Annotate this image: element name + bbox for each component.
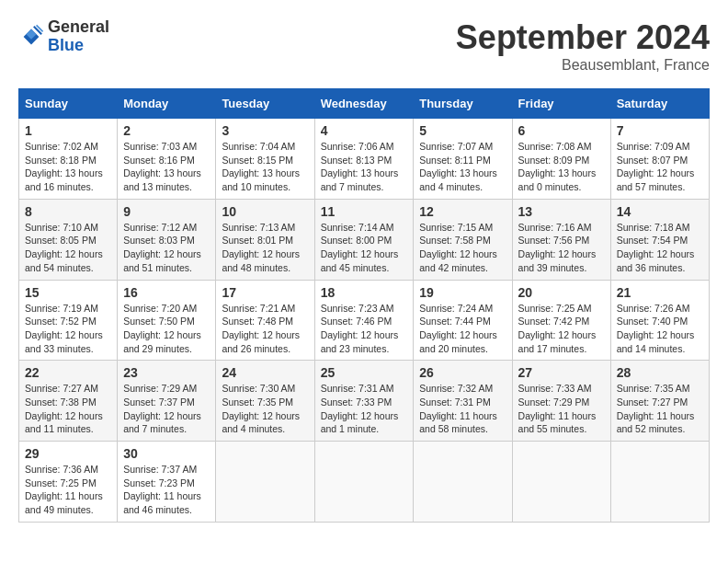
day-info: Sunrise: 7:27 AMSunset: 7:38 PMDaylight:… (25, 383, 103, 434)
col-saturday: Saturday (610, 89, 709, 119)
day-number: 10 (222, 204, 308, 219)
day-info: Sunrise: 7:10 AMSunset: 8:05 PMDaylight:… (25, 222, 103, 273)
table-row: 9 Sunrise: 7:12 AMSunset: 8:03 PMDayligh… (118, 199, 216, 280)
day-number: 23 (123, 365, 210, 380)
table-row: 3 Sunrise: 7:04 AMSunset: 8:15 PMDayligh… (216, 119, 314, 200)
day-info: Sunrise: 7:16 AMSunset: 7:56 PMDaylight:… (518, 222, 597, 273)
table-row: 18 Sunrise: 7:23 AMSunset: 7:46 PMDaylig… (314, 280, 414, 361)
calendar-week-row: 22 Sunrise: 7:27 AMSunset: 7:38 PMDaylig… (19, 361, 710, 442)
table-row: 27 Sunrise: 7:33 AMSunset: 7:29 PMDaylig… (512, 361, 610, 442)
day-number: 20 (518, 285, 605, 300)
day-info: Sunrise: 7:29 AMSunset: 7:37 PMDaylight:… (123, 383, 201, 434)
day-number: 8 (25, 204, 111, 219)
table-row (314, 442, 414, 523)
location-subtitle: Beausemblant, France (456, 57, 710, 74)
day-info: Sunrise: 7:15 AMSunset: 7:58 PMDaylight:… (419, 222, 497, 273)
day-number: 18 (321, 285, 408, 300)
day-number: 19 (419, 285, 506, 300)
table-row (216, 442, 314, 523)
day-info: Sunrise: 7:08 AMSunset: 8:09 PMDaylight:… (518, 141, 597, 192)
table-row: 20 Sunrise: 7:25 AMSunset: 7:42 PMDaylig… (512, 280, 610, 361)
table-row: 19 Sunrise: 7:24 AMSunset: 7:44 PMDaylig… (414, 280, 512, 361)
table-row: 7 Sunrise: 7:09 AMSunset: 8:07 PMDayligh… (610, 119, 709, 200)
table-row: 5 Sunrise: 7:07 AMSunset: 8:11 PMDayligh… (414, 119, 512, 200)
day-number: 13 (518, 204, 605, 219)
day-info: Sunrise: 7:23 AMSunset: 7:46 PMDaylight:… (321, 303, 399, 354)
table-row: 11 Sunrise: 7:14 AMSunset: 8:00 PMDaylig… (314, 199, 414, 280)
table-row (610, 442, 709, 523)
day-info: Sunrise: 7:09 AMSunset: 8:07 PMDaylight:… (617, 141, 695, 192)
day-number: 25 (321, 365, 408, 380)
logo: General Blue (18, 18, 109, 55)
day-info: Sunrise: 7:02 AMSunset: 8:18 PMDaylight:… (25, 141, 103, 192)
day-number: 3 (222, 123, 308, 138)
day-number: 28 (617, 365, 703, 380)
day-info: Sunrise: 7:03 AMSunset: 8:16 PMDaylight:… (123, 141, 201, 192)
day-number: 4 (321, 123, 408, 138)
day-number: 22 (25, 365, 111, 380)
day-info: Sunrise: 7:06 AMSunset: 8:13 PMDaylight:… (321, 141, 399, 192)
day-info: Sunrise: 7:13 AMSunset: 8:01 PMDaylight:… (222, 222, 300, 273)
table-row: 28 Sunrise: 7:35 AMSunset: 7:27 PMDaylig… (610, 361, 709, 442)
day-info: Sunrise: 7:14 AMSunset: 8:00 PMDaylight:… (321, 222, 399, 273)
table-row: 30 Sunrise: 7:37 AMSunset: 7:23 PMDaylig… (118, 442, 216, 523)
day-number: 27 (518, 365, 605, 380)
day-number: 17 (222, 285, 308, 300)
table-row: 10 Sunrise: 7:13 AMSunset: 8:01 PMDaylig… (216, 199, 314, 280)
table-row (414, 442, 512, 523)
logo-text: General Blue (48, 18, 109, 55)
logo-icon (18, 24, 44, 50)
table-row: 12 Sunrise: 7:15 AMSunset: 7:58 PMDaylig… (414, 199, 512, 280)
table-row: 23 Sunrise: 7:29 AMSunset: 7:37 PMDaylig… (118, 361, 216, 442)
day-number: 15 (25, 285, 111, 300)
col-thursday: Thursday (414, 89, 512, 119)
table-row: 16 Sunrise: 7:20 AMSunset: 7:50 PMDaylig… (118, 280, 216, 361)
day-number: 21 (617, 285, 703, 300)
table-row: 22 Sunrise: 7:27 AMSunset: 7:38 PMDaylig… (19, 361, 118, 442)
table-row: 8 Sunrise: 7:10 AMSunset: 8:05 PMDayligh… (19, 199, 118, 280)
table-row: 6 Sunrise: 7:08 AMSunset: 8:09 PMDayligh… (512, 119, 610, 200)
table-row: 1 Sunrise: 7:02 AMSunset: 8:18 PMDayligh… (19, 119, 118, 200)
day-number: 30 (123, 446, 210, 461)
day-info: Sunrise: 7:20 AMSunset: 7:50 PMDaylight:… (123, 303, 201, 354)
table-row: 13 Sunrise: 7:16 AMSunset: 7:56 PMDaylig… (512, 199, 610, 280)
col-tuesday: Tuesday (216, 89, 314, 119)
day-number: 1 (25, 123, 111, 138)
calendar-week-row: 8 Sunrise: 7:10 AMSunset: 8:05 PMDayligh… (19, 199, 710, 280)
table-row: 21 Sunrise: 7:26 AMSunset: 7:40 PMDaylig… (610, 280, 709, 361)
day-info: Sunrise: 7:36 AMSunset: 7:25 PMDaylight:… (25, 464, 103, 515)
day-info: Sunrise: 7:12 AMSunset: 8:03 PMDaylight:… (123, 222, 201, 273)
calendar-week-row: 15 Sunrise: 7:19 AMSunset: 7:52 PMDaylig… (19, 280, 710, 361)
day-info: Sunrise: 7:19 AMSunset: 7:52 PMDaylight:… (25, 303, 103, 354)
day-info: Sunrise: 7:32 AMSunset: 7:31 PMDaylight:… (419, 383, 497, 434)
day-info: Sunrise: 7:18 AMSunset: 7:54 PMDaylight:… (617, 222, 695, 273)
day-info: Sunrise: 7:04 AMSunset: 8:15 PMDaylight:… (222, 141, 300, 192)
day-info: Sunrise: 7:30 AMSunset: 7:35 PMDaylight:… (222, 383, 300, 434)
day-number: 16 (123, 285, 210, 300)
table-row: 26 Sunrise: 7:32 AMSunset: 7:31 PMDaylig… (414, 361, 512, 442)
title-block: September 2024 Beausemblant, France (456, 18, 710, 74)
day-info: Sunrise: 7:37 AMSunset: 7:23 PMDaylight:… (123, 464, 201, 515)
col-friday: Friday (512, 89, 610, 119)
day-number: 6 (518, 123, 605, 138)
table-row: 24 Sunrise: 7:30 AMSunset: 7:35 PMDaylig… (216, 361, 314, 442)
col-sunday: Sunday (19, 89, 118, 119)
day-number: 11 (321, 204, 408, 219)
day-number: 14 (617, 204, 703, 219)
day-info: Sunrise: 7:21 AMSunset: 7:48 PMDaylight:… (222, 303, 300, 354)
day-info: Sunrise: 7:33 AMSunset: 7:29 PMDaylight:… (518, 383, 597, 434)
day-number: 9 (123, 204, 210, 219)
table-row: 25 Sunrise: 7:31 AMSunset: 7:33 PMDaylig… (314, 361, 414, 442)
logo-general: General (48, 17, 109, 36)
month-title: September 2024 (456, 18, 710, 57)
day-number: 7 (617, 123, 703, 138)
table-row: 4 Sunrise: 7:06 AMSunset: 8:13 PMDayligh… (314, 119, 414, 200)
table-row: 14 Sunrise: 7:18 AMSunset: 7:54 PMDaylig… (610, 199, 709, 280)
day-info: Sunrise: 7:07 AMSunset: 8:11 PMDaylight:… (419, 141, 497, 192)
calendar-header-row: Sunday Monday Tuesday Wednesday Thursday… (19, 89, 710, 119)
day-info: Sunrise: 7:26 AMSunset: 7:40 PMDaylight:… (617, 303, 695, 354)
calendar-week-row: 29 Sunrise: 7:36 AMSunset: 7:25 PMDaylig… (19, 442, 710, 523)
table-row: 17 Sunrise: 7:21 AMSunset: 7:48 PMDaylig… (216, 280, 314, 361)
logo-blue: Blue (48, 36, 84, 54)
table-row: 15 Sunrise: 7:19 AMSunset: 7:52 PMDaylig… (19, 280, 118, 361)
